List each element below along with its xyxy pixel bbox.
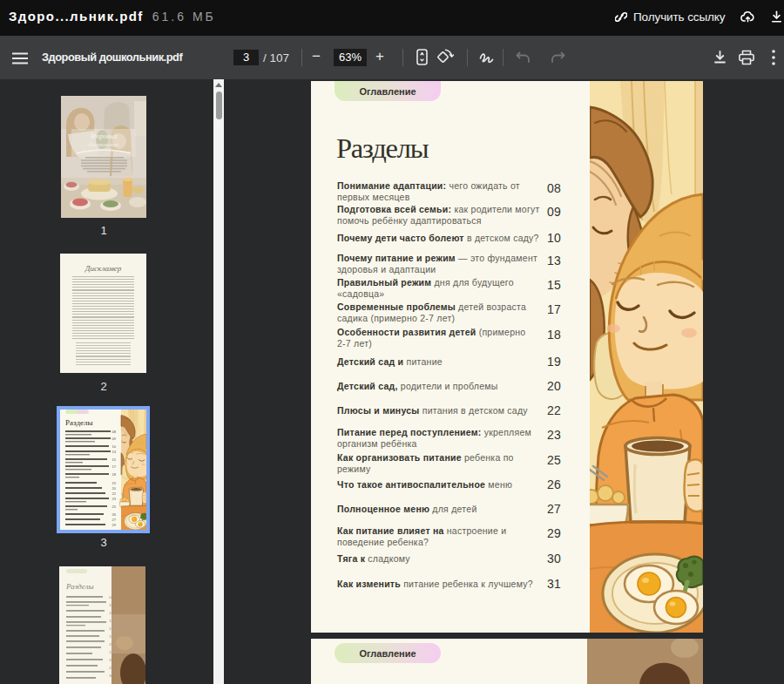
svg-text:17: 17 bbox=[112, 464, 117, 469]
svg-text:22: 22 bbox=[112, 491, 117, 496]
svg-text:27: 27 bbox=[112, 518, 117, 522]
svg-text:29: 29 bbox=[112, 523, 117, 527]
svg-text:19: 19 bbox=[112, 481, 117, 485]
svg-text:08: 08 bbox=[112, 430, 117, 434]
svg-text:10: 10 bbox=[112, 444, 117, 449]
svg-text:Разделы: Разделы bbox=[65, 582, 94, 591]
svg-text:15: 15 bbox=[112, 457, 117, 462]
svg-text:18: 18 bbox=[112, 472, 117, 477]
svg-text:Разделы: Разделы bbox=[65, 418, 93, 427]
svg-text:26: 26 bbox=[112, 512, 117, 517]
svg-text:13: 13 bbox=[112, 450, 117, 454]
svg-text:23: 23 bbox=[112, 497, 117, 501]
svg-text:25: 25 bbox=[112, 505, 117, 509]
svg-text:09: 09 bbox=[112, 437, 117, 441]
svg-text:20: 20 bbox=[112, 486, 117, 491]
